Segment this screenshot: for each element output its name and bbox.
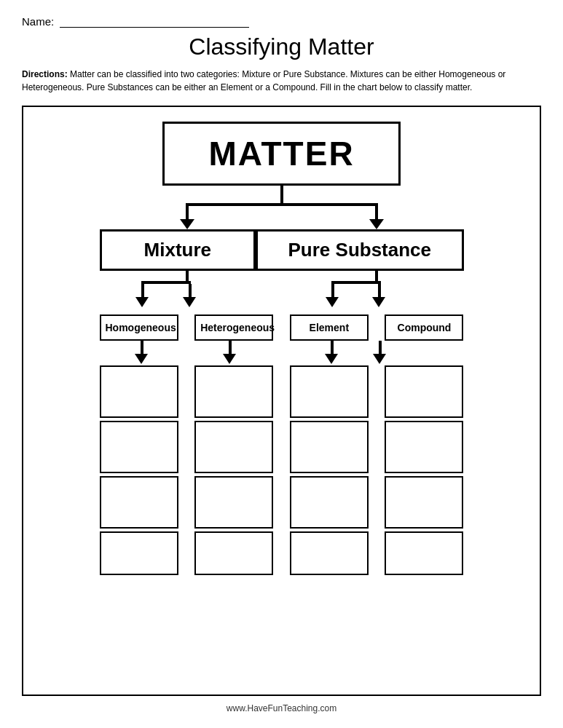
- empty-box-2-2[interactable]: [194, 421, 273, 473]
- svg-rect-18: [141, 341, 143, 354]
- directions: Directions: Matter can be classified int…: [22, 68, 541, 94]
- svg-rect-6: [186, 271, 189, 281]
- top-split-arrow: [100, 186, 464, 229]
- directions-text: Matter can be classified into two catego…: [22, 69, 505, 92]
- empty-row-3: [100, 476, 464, 529]
- svg-rect-12: [375, 271, 378, 281]
- footer: www.HaveFunTeaching.com: [22, 703, 541, 713]
- name-label: Name:: [22, 15, 54, 28]
- level2-row: Homogeneous Heterogeneous Element Compou…: [100, 314, 464, 341]
- svg-rect-8: [141, 284, 144, 297]
- svg-marker-15: [326, 297, 339, 307]
- empty-box-4-4[interactable]: [385, 531, 463, 575]
- empty-box-1-1[interactable]: [100, 365, 178, 418]
- empty-box-2-3[interactable]: [290, 421, 369, 473]
- svg-rect-10: [189, 284, 192, 297]
- empty-box-1-3[interactable]: [290, 365, 369, 418]
- level2-arrows: [100, 341, 464, 365]
- name-row: Name:: [22, 15, 541, 28]
- svg-marker-23: [325, 354, 338, 364]
- svg-marker-17: [372, 297, 385, 307]
- empty-row-4: [100, 531, 464, 575]
- homogeneous-box: Homogeneous: [100, 314, 178, 341]
- svg-marker-25: [373, 354, 386, 364]
- svg-marker-3: [180, 219, 194, 229]
- svg-rect-22: [331, 341, 334, 354]
- name-line[interactable]: [60, 15, 249, 28]
- full-chart: MATTER Mixture: [35, 122, 528, 575]
- mixture-box: Mixture: [100, 229, 256, 271]
- svg-rect-2: [186, 206, 189, 219]
- empty-box-2-4[interactable]: [385, 421, 463, 473]
- empty-box-4-3[interactable]: [290, 531, 369, 575]
- empty-boxes-grid: [100, 365, 464, 575]
- pure-substance-box: Pure Substance: [256, 229, 463, 271]
- empty-box-2-1[interactable]: [100, 421, 178, 473]
- empty-box-3-1[interactable]: [100, 476, 178, 529]
- empty-box-1-4[interactable]: [385, 365, 463, 418]
- empty-box-4-2[interactable]: [194, 531, 273, 575]
- empty-box-4-1[interactable]: [100, 531, 178, 575]
- empty-box-3-4[interactable]: [385, 476, 463, 529]
- svg-marker-21: [223, 354, 236, 364]
- element-box: Element: [290, 314, 369, 341]
- empty-box-3-3[interactable]: [290, 476, 369, 529]
- page-title: Classifying Matter: [22, 33, 541, 60]
- compound-box: Compound: [385, 314, 463, 341]
- level1-row: Mixture Pure Substance: [100, 229, 464, 271]
- svg-marker-19: [135, 354, 148, 364]
- chart-area: MATTER Mixture: [22, 106, 541, 696]
- svg-marker-11: [183, 297, 196, 307]
- svg-rect-7: [141, 281, 191, 284]
- empty-box-3-2[interactable]: [194, 476, 273, 529]
- svg-rect-1: [186, 203, 378, 206]
- empty-row-1: [100, 365, 464, 418]
- svg-rect-16: [378, 284, 381, 297]
- svg-rect-4: [375, 206, 378, 219]
- svg-rect-20: [229, 341, 232, 354]
- svg-marker-5: [369, 219, 384, 229]
- svg-rect-13: [331, 281, 381, 284]
- empty-box-1-2[interactable]: [194, 365, 273, 418]
- svg-marker-9: [135, 297, 149, 307]
- directions-bold: Directions:: [22, 69, 68, 79]
- page: Name: Classifying Matter Directions: Mat…: [0, 0, 563, 728]
- svg-rect-24: [379, 341, 382, 354]
- empty-row-2: [100, 421, 464, 473]
- svg-rect-0: [280, 186, 283, 203]
- matter-box: MATTER: [162, 122, 400, 186]
- mid-split-arrows: [100, 271, 464, 314]
- svg-rect-14: [331, 284, 334, 297]
- heterogeneous-box: Heterogeneous: [194, 314, 273, 341]
